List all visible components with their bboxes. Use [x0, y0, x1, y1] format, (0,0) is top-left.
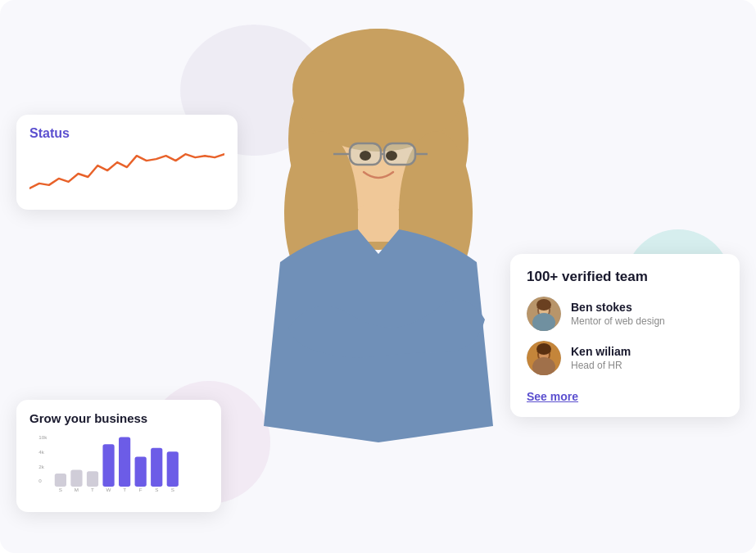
- svg-rect-24: [102, 444, 114, 487]
- member-1-name: Ben stokes: [571, 301, 665, 314]
- svg-text:M: M: [75, 487, 79, 492]
- svg-text:F: F: [139, 487, 143, 492]
- grow-card: Grow your business 10k 4k 2k 0 S M T W T: [16, 400, 221, 512]
- avatar-ken-wiliam: [527, 341, 561, 375]
- team-card: 100+ verified team Ben stokes Mentor of …: [510, 254, 740, 417]
- team-member-2: Ken wiliam Head of HR: [527, 341, 723, 375]
- see-more-link[interactable]: See more: [527, 390, 578, 403]
- svg-point-13: [386, 151, 397, 161]
- svg-text:2k: 2k: [38, 464, 44, 469]
- svg-rect-5: [358, 205, 399, 242]
- svg-rect-18: [55, 474, 66, 487]
- svg-rect-32: [167, 451, 179, 487]
- member-2-info: Ken wiliam Head of HR: [571, 345, 631, 371]
- svg-point-12: [360, 151, 371, 161]
- svg-text:S: S: [59, 487, 62, 492]
- status-card-title: Status: [29, 126, 224, 141]
- status-line-chart: [29, 147, 224, 197]
- svg-text:W: W: [106, 487, 111, 492]
- svg-text:S: S: [155, 487, 158, 492]
- svg-text:T: T: [91, 487, 94, 492]
- svg-text:S: S: [171, 487, 174, 492]
- svg-text:T: T: [123, 487, 126, 492]
- svg-point-38: [536, 299, 551, 310]
- svg-rect-26: [119, 437, 130, 486]
- member-2-role: Head of HR: [571, 360, 631, 371]
- svg-text:10k: 10k: [38, 434, 48, 440]
- status-card: Status: [16, 115, 238, 210]
- svg-rect-20: [70, 469, 82, 486]
- svg-text:4k: 4k: [38, 449, 44, 455]
- svg-text:0: 0: [38, 478, 42, 483]
- member-2-name: Ken wiliam: [571, 345, 631, 358]
- avatar-ben-stokes: [527, 297, 561, 331]
- grow-bar-chart: 10k 4k 2k 0 S M T W T F S: [29, 433, 208, 499]
- svg-point-43: [536, 343, 551, 355]
- svg-rect-28: [135, 456, 147, 486]
- grow-card-title: Grow your business: [29, 411, 208, 425]
- team-card-title: 100+ verified team: [527, 269, 723, 285]
- svg-rect-22: [87, 471, 98, 487]
- member-1-role: Mentor of web design: [571, 315, 665, 327]
- svg-rect-30: [151, 448, 162, 487]
- person-image: [206, 0, 550, 553]
- main-scene: Status Grow your business 10k 4k 2k 0 S …: [0, 0, 756, 553]
- member-1-info: Ben stokes Mentor of web design: [571, 301, 665, 327]
- team-member-1: Ben stokes Mentor of web design: [527, 297, 723, 331]
